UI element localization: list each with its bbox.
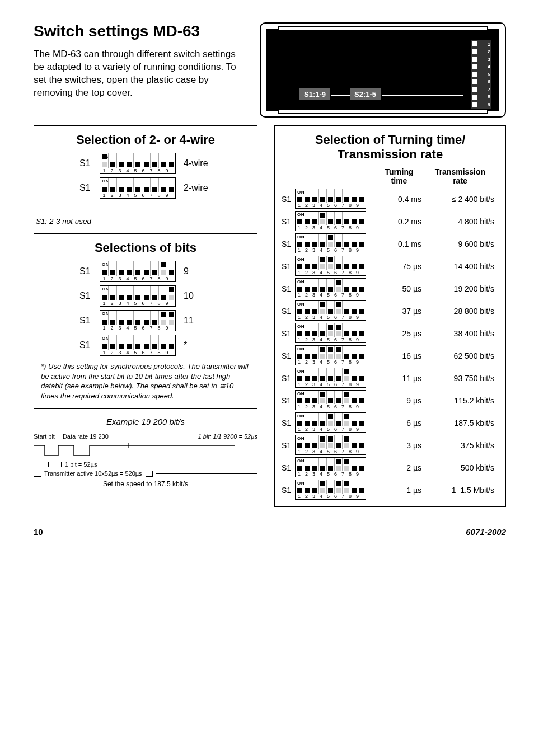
wire-label: 2-wire [184,183,212,193]
switch-name: S1 [79,291,92,301]
wire-label: 4-wire [184,158,212,168]
switch-name: S1 [79,340,92,350]
panel-wire-heading: Selection of 2- or 4-wire [41,133,250,147]
panel-rate: Selection of Turning time/ Transmission … [274,125,506,507]
dip-switch: ON123456789 [100,177,176,199]
switch-name: S1 [282,486,295,495]
switch-name: S1 [282,396,295,405]
switch-name: S1 [79,266,92,276]
dip-switch: ON123456789 [295,323,366,343]
ex-caption: Set the speed to 187.5 kbit/s [34,480,257,488]
transmission-rate: 500 kbit/s [427,463,499,472]
switch-name: S1 [282,419,295,428]
transmission-rate: 14 400 bit/s [427,262,499,271]
dip-switch: ON123456789 [295,368,366,388]
panel-rate-heading: Selection of Turning time/ Transmission … [282,133,499,162]
turning-time: 2 µs [377,463,427,472]
transmission-rate: 1–1.5 Mbit/s [427,486,499,495]
dip-switch: ON123456789 [295,278,366,298]
bits-footnote: *) Use this setting for synchronous prot… [41,361,250,401]
ex-label-startbit: Start bit [34,433,55,440]
turning-time: 1 µs [377,486,427,495]
transmission-rate: 62 500 bit/s [427,351,499,360]
transmission-rate: 93 750 bit/s [427,374,499,383]
rate-row: S1ON12345678911 µs93 750 bit/s [282,368,499,388]
bits-label: * [184,340,212,350]
device-label-s2: S2:1-5 [350,88,381,100]
switch-name: S1 [282,307,295,316]
switch-name: S1 [282,262,295,271]
bits-label: 10 [184,291,212,301]
rate-row: S1ON12345678937 µs28 800 bit/s [282,300,499,321]
switch-name: S1 [79,158,92,168]
switch-name: S1 [282,374,295,383]
rate-row: S1ON12345678975 µs14 400 bit/s [282,256,499,276]
turning-time: 6 µs [377,419,427,428]
turning-time: 9 µs [377,396,427,405]
device-label-s1: S1:1-9 [299,88,330,100]
wire-row: S1ON1234567892-wire [41,177,250,199]
switch-name: S1 [282,195,295,204]
bits-label: 11 [184,316,212,326]
rate-row: S1ON1234567891 µs1–1.5 Mbit/s [282,480,499,500]
switch-name: S1 [282,284,295,293]
transmission-rate: 9 600 bit/s [427,240,499,248]
transmission-rate: 28 800 bit/s [427,307,499,316]
switch-name: S1 [79,183,92,193]
panel-wire: Selection of 2- or 4-wire S1ON1234567894… [34,125,257,210]
turning-time: 50 µs [377,284,427,293]
dip-switch: ON123456789 [295,480,366,500]
turning-time: 3 µs [377,441,427,450]
rate-row: S1ON1234567893 µs375 kbit/s [282,435,499,456]
dip-switch: ON123456789 [295,256,366,276]
transmission-rate: 19 200 bit/s [427,284,499,293]
dip-switch: ON123456789 [295,189,366,209]
turning-time: 0.4 ms [377,195,427,204]
transmission-rate: 187.5 kbit/s [427,419,499,428]
ex-rightnote: 1 bit: 1/1 9200 = 52µs [198,433,257,440]
turning-time: 16 µs [377,351,427,360]
dip-switch: ON123456789 [295,300,366,321]
turning-time: 75 µs [377,262,427,271]
example-diagram: Start bit Data rate 19 200 1 bit: 1/1 92… [34,433,257,488]
device-diagram: S1:1-9 S2:1-5 1 2 3 4 5 6 7 8 9 [260,22,506,118]
wire-row: S1ON1234567894-wire [41,153,250,174]
panel-bits-heading: Selections of bits [41,241,250,255]
rate-table-head: Turningtime Transmissionrate [282,167,499,185]
doc-number: 6071-2002 [466,527,506,537]
ex-txnote: Transmitter active 10x52µs = 520µs [44,470,142,477]
transmission-rate: 115.2 kbit/s [427,396,499,405]
transmission-rate: ≤ 2 400 bit/s [427,195,499,204]
rate-row: S1ON1234567896 µs187.5 kbit/s [282,412,499,433]
dip-switch: ON123456789 [295,412,366,433]
turning-time: 0.1 ms [377,240,427,248]
transmission-rate: 38 400 bit/s [427,329,499,338]
switch-name: S1 [282,329,295,338]
switch-name: S1 [282,240,295,248]
bits-row: S1ON123456789* [41,335,250,356]
bits-label: 9 [184,266,212,276]
panel-bits: Selections of bits S1ON1234567899S1ON123… [34,233,257,409]
page-number: 10 [34,527,43,537]
dip-switch: ON123456789 [100,285,176,307]
dip-switch: ON123456789 [100,310,176,331]
dip-switch: ON123456789 [295,345,366,365]
switch-name: S1 [282,217,295,226]
rate-row: S1ON1234567899 µs115.2 kbit/s [282,390,499,411]
example-title: Example 19 200 bit/s [34,417,257,426]
switch-name: S1 [282,351,295,360]
turning-time: 37 µs [377,307,427,316]
rate-row: S1ON12345678925 µs38 400 bit/s [282,323,499,344]
rate-row: S1ON1234567892 µs500 kbit/s [282,457,499,478]
ex-bitnote: 1 bit = 52µs [65,461,97,468]
dip-switch: ON123456789 [295,211,366,231]
bits-row: S1ON1234567899 [41,261,250,282]
dip-switch: ON123456789 [295,390,366,410]
ex-label-datarate: Data rate 19 200 [63,433,109,440]
intro-text: The MD-63 can through different switch s… [34,48,249,100]
turning-time: 0.2 ms [377,217,427,226]
ex-waveform [34,441,235,459]
wire-note: S1: 2-3 not used [36,217,257,226]
switch-name: S1 [282,441,295,450]
device-side-dip: 1 2 3 4 5 6 7 8 9 [471,40,492,109]
